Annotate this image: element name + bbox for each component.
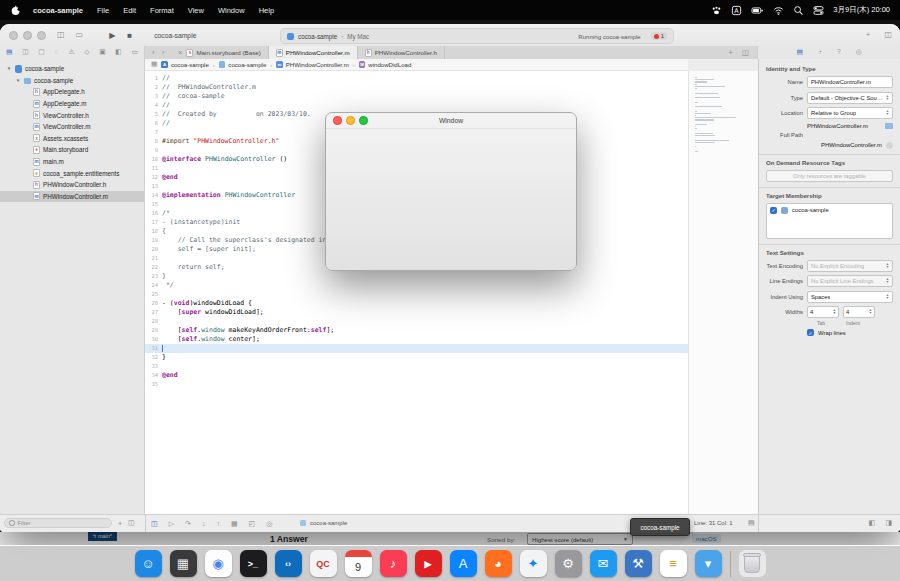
code-line-1[interactable]: 1// (145, 74, 688, 83)
stepper-icon[interactable]: ▲▼ (886, 294, 889, 299)
close-tab-icon[interactable]: × (178, 49, 182, 56)
dock-icon-launchpad[interactable]: ▦ (170, 550, 197, 577)
stepper-icon[interactable]: ▲▼ (833, 309, 836, 314)
location-dropdown[interactable]: Relative to Group▲▼ (807, 107, 893, 119)
code-line-28[interactable]: 28 (145, 317, 688, 326)
jumpbar-crumb-cocoa-sample[interactable]: cocoa-sample (219, 61, 266, 68)
tab-width-stepper[interactable]: 4▲▼ (807, 306, 839, 318)
code-line-4[interactable]: 4// (145, 101, 688, 110)
editor-options-icon[interactable]: ▤ (748, 515, 755, 531)
window-tab-overview-icon[interactable]: ▭ (76, 31, 84, 39)
code-line-24[interactable]: 24 */ (145, 281, 688, 290)
code-line-35[interactable]: 35 (145, 380, 688, 389)
vscode-branch-badge[interactable]: ϟ main* (88, 531, 117, 541)
dock-icon-downloads-folder[interactable]: ▾ (695, 550, 722, 577)
open-in-finder-arrow-icon[interactable]: → (886, 142, 893, 149)
history-back-icon[interactable]: ‹ (152, 48, 155, 57)
stepper-icon[interactable]: ▲▼ (886, 278, 889, 283)
disclosure-triangle-icon[interactable]: ▼ (6, 66, 12, 71)
related-items-icon[interactable]: ▦ (151, 61, 157, 68)
target-checkbox[interactable]: ✓ (770, 207, 777, 214)
code-line-32[interactable]: 32} (145, 353, 688, 362)
input-source-icon[interactable]: A (731, 5, 742, 16)
navigator-row-cocoa-sample[interactable]: ▼cocoa-sample (0, 75, 144, 87)
code-line-31[interactable]: 31 (145, 344, 688, 353)
menu-item-cocoa-sample[interactable]: cocoa-sample (26, 6, 90, 15)
breakpoint-navigator-icon[interactable]: ◧ (115, 49, 121, 56)
jumpbar-crumb-windowdidload[interactable]: MwindowDidLoad (359, 61, 412, 68)
navigator-filter-field[interactable]: Filter (4, 518, 112, 528)
stepper-icon[interactable]: ▲▼ (886, 95, 889, 100)
macos-tag[interactable]: macOS (692, 534, 721, 543)
add-file-icon[interactable]: + (118, 520, 122, 527)
search-icon[interactable] (793, 5, 804, 16)
accessibility-inspector-icon[interactable]: ◎ (856, 49, 862, 56)
code-line-26[interactable]: 26- (void)windowDidLoad { (145, 299, 688, 308)
stepper-icon[interactable]: ▲▼ (869, 309, 872, 314)
debug-area-toggle-icon[interactable]: ◫ (151, 520, 158, 527)
stop-button[interactable]: ■ (127, 31, 132, 40)
editor-minimap[interactable] (688, 71, 758, 515)
layout-left-icon[interactable]: ◧ (869, 519, 876, 527)
cursor-position-indicator[interactable]: Line: 31 Col: 1 (694, 515, 733, 531)
navigator-row-cocoa-sample[interactable]: ▼cocoa-sample (0, 63, 144, 75)
indent-width-stepper[interactable]: 4▲▼ (843, 306, 875, 318)
navigator-row-main-m[interactable]: mmain.m (0, 156, 144, 168)
code-line-27[interactable]: 27 [super windowDidLoad]; (145, 308, 688, 317)
add-editor-icon[interactable]: + (729, 48, 733, 57)
code-line-3[interactable]: 3// cocoa-sample (145, 92, 688, 101)
control-center-icon[interactable] (813, 5, 824, 16)
recent-files-icon[interactable]: ◫ (128, 519, 135, 527)
navigator-row-appdelegate-h[interactable]: hAppDelegate.h (0, 86, 144, 98)
sort-select[interactable]: Highest score (default) ▼ (527, 533, 633, 545)
editor-layout-icon[interactable]: ◫ (884, 31, 892, 39)
line-endings-dropdown[interactable]: No Explicit Line Endings▲▼ (807, 275, 893, 287)
indent-using-dropdown[interactable]: Spaces▲▼ (807, 291, 893, 303)
source-control-navigator-icon[interactable]: ◫ (22, 49, 28, 56)
wifi-icon[interactable] (773, 5, 784, 16)
dock-icon-mail[interactable]: ✉ (590, 550, 617, 577)
dock-icon-youtube-music[interactable]: ▶ (415, 550, 442, 577)
dock-icon-vscode[interactable]: ‹› (275, 550, 302, 577)
running-app-window[interactable]: Window (325, 112, 577, 271)
running-app-titlebar[interactable]: Window (326, 113, 576, 129)
jumpbar-crumb-phwindowcontroller-m[interactable]: mPHWindowController.m (276, 61, 349, 68)
menubar-clock[interactable]: 3月9日(木) 20:00 (833, 5, 890, 15)
report-navigator-icon[interactable]: ▭ (131, 49, 137, 56)
code-line-29[interactable]: 29 [self.window makeKeyAndOrderFront:sel… (145, 326, 688, 335)
dock-icon-qc-app[interactable]: QC (310, 550, 337, 577)
disclosure-triangle-icon[interactable]: ▼ (15, 78, 21, 83)
code-line-2[interactable]: 2// PHWindowController.m (145, 83, 688, 92)
menu-item-file[interactable]: File (90, 6, 116, 15)
zoom-window-icon[interactable] (37, 31, 46, 40)
library-plus-icon[interactable]: + (866, 31, 871, 39)
code-line-30[interactable]: 30 [self.window center]; (145, 335, 688, 344)
continue-icon[interactable]: ▷ (169, 520, 174, 527)
dock-icon-calendar[interactable]: 9 (345, 550, 372, 577)
tab-phwindowcontroller-h[interactable]: hPHWindowController.h (358, 46, 445, 59)
battery-icon[interactable] (751, 5, 764, 16)
tab-main-storyboard-base-[interactable]: ×sMain.storyboard (Base) (171, 46, 268, 59)
dock-icon-music[interactable]: ♪ (380, 550, 407, 577)
debug-process-label[interactable]: cocoa-sample (300, 515, 347, 531)
target-membership-row[interactable]: ✓ cocoa-sample (770, 207, 889, 214)
history-forward-icon[interactable]: › (162, 48, 165, 57)
debug-navigator-icon[interactable]: ▣ (99, 49, 105, 56)
menu-item-view[interactable]: View (181, 6, 211, 15)
close-window-icon[interactable] (9, 31, 18, 40)
dock-icon-trash[interactable] (739, 550, 766, 577)
issue-navigator-icon[interactable]: ⚠ (68, 49, 74, 56)
stepper-icon[interactable]: ▲▼ (886, 110, 889, 115)
issue-badge[interactable]: 1 (651, 32, 667, 40)
minimize-window-icon[interactable] (23, 31, 32, 40)
file-inspector-icon[interactable]: ▤ (796, 49, 802, 56)
dock-icon-app-store[interactable]: A (450, 550, 477, 577)
wrap-lines-checkbox[interactable]: ✓ (807, 329, 814, 336)
run-destination-selector[interactable]: My Mac (347, 33, 369, 40)
bookmark-navigator-icon[interactable]: ▢ (38, 49, 44, 56)
apple-menu-icon[interactable] (10, 4, 22, 16)
layout-right-icon[interactable]: ◨ (885, 519, 892, 527)
menu-item-edit[interactable]: Edit (116, 6, 143, 15)
code-line-33[interactable]: 33 (145, 362, 688, 371)
code-line-23[interactable]: 23} (145, 272, 688, 281)
